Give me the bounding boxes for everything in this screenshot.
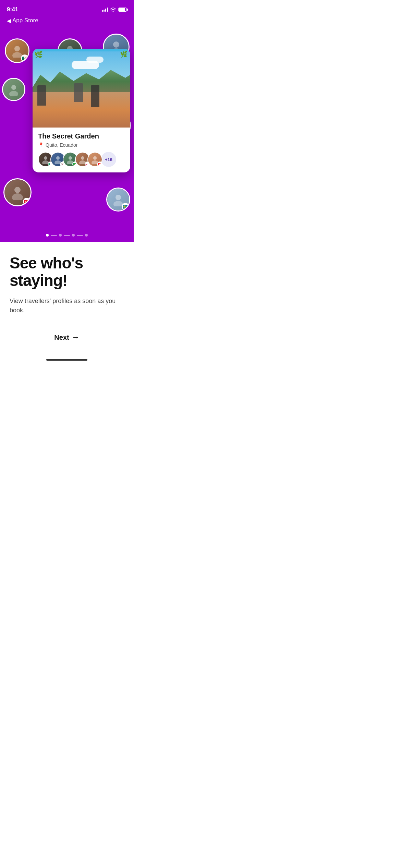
card-title: The Secret Garden [38,132,125,140]
card-avatars: 🇮🇪 🇰🇷 🇧🇷 [38,152,125,169]
svg-point-4 [113,41,119,48]
home-indicator [0,356,134,364]
dot-3[interactable] [72,234,75,237]
floating-avatar-1: 🇲🇽 [5,38,29,63]
floating-avatar-7: 🇸🇪 [106,188,130,212]
home-bar [46,359,87,361]
svg-point-11 [12,193,23,200]
card-image: 🌿 🌿 [33,49,130,128]
status-icons [102,8,127,12]
flag-badge-7: 🇸🇪 [122,203,129,210]
location-icon: 📍 [38,142,44,148]
card-location: 📍 Quito, Ecuador [38,142,125,148]
dot-dash-2 [64,235,70,236]
floating-avatar-6: 🇹🇷 [3,178,32,206]
next-button[interactable]: Next → [46,329,87,346]
dot-dash-3 [77,235,83,236]
dot-4[interactable] [85,234,88,237]
next-arrow-icon: → [72,333,80,342]
status-bar: 9:41 [0,0,134,16]
illustration-section: 🇲🇽 🇧🇷 🇳🇱 🇮🇪 🇹🇷 [0,28,134,227]
dot-2[interactable] [59,234,62,237]
svg-point-20 [81,156,84,160]
card-content: The Secret Garden 📍 Quito, Ecuador 🇮🇪 [33,128,130,172]
svg-point-1 [12,52,22,58]
svg-point-12 [116,195,121,200]
back-label: App Store [12,17,38,24]
svg-point-22 [93,156,97,160]
flag-badge-1: 🇲🇽 [21,55,28,62]
card-avatar-5: 🇨🇭 [87,152,102,167]
battery-icon [118,8,127,12]
flag-badge-6: 🇹🇷 [23,198,31,205]
back-arrow-icon: ◀ [7,17,11,24]
dot-dash-1 [51,235,57,236]
card-more-count: +16 [101,152,116,167]
bottom-section: See who's staying! View travellers' prof… [0,242,134,356]
signal-icon [102,8,108,12]
next-button-label: Next [54,334,69,341]
dot-1[interactable] [46,234,49,237]
svg-point-14 [44,156,47,160]
svg-point-0 [14,46,20,51]
app-store-back[interactable]: ◀ App Store [0,16,134,28]
svg-point-16 [56,156,60,160]
svg-point-18 [69,156,72,160]
wifi-icon [110,8,116,12]
subtext: View travellers' profiles as soon as you… [10,297,124,315]
hostel-card: 🌿 🌿 The Secret Garden 📍 Quito, Ecuador 🇮… [33,49,130,172]
next-button-area: Next → [10,329,124,346]
svg-point-7 [9,91,18,96]
floating-avatar-4 [2,78,25,101]
status-time: 9:41 [7,6,18,13]
svg-point-10 [14,187,21,193]
headline: See who's staying! [10,254,124,289]
svg-point-6 [11,85,16,90]
page-dots [0,227,134,242]
card-location-text: Quito, Ecuador [46,142,77,148]
